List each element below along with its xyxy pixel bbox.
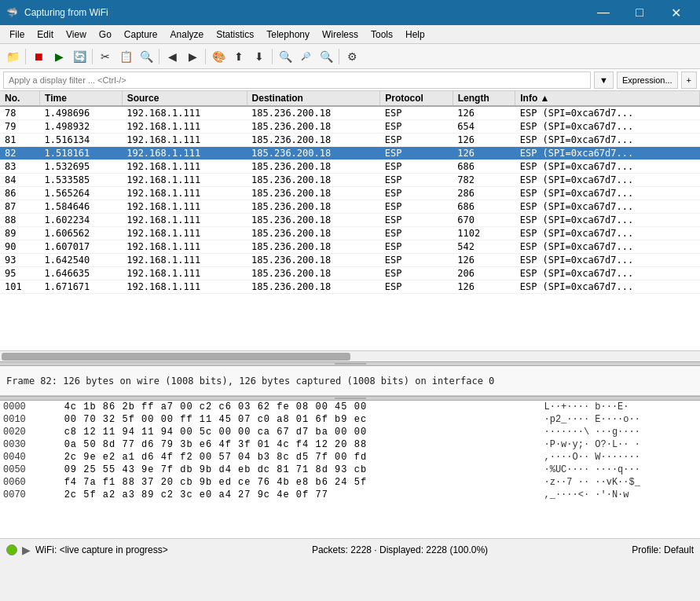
- maximize-button[interactable]: □: [621, 0, 658, 25]
- table-row[interactable]: 861.565264192.168.1.111185.236.200.18ESP…: [0, 187, 700, 200]
- table-row[interactable]: 811.516134192.168.1.111185.236.200.18ESP…: [0, 134, 700, 147]
- table-row[interactable]: 841.533585192.168.1.111185.236.200.18ESP…: [0, 174, 700, 187]
- hex-ascii: ,····O·· W·······: [541, 451, 701, 464]
- statusbar-left: ▶ WiFi: <live capture in progress>: [6, 544, 168, 556]
- cell-length: 126: [453, 147, 515, 160]
- menu-item-statistics[interactable]: Statistics: [210, 27, 260, 42]
- filter-input[interactable]: [3, 71, 591, 89]
- cell-no: 89: [0, 227, 40, 240]
- settings-button[interactable]: ⚙: [343, 47, 361, 66]
- hex-scroll[interactable]: 00004c 1b 86 2b ff a7 00 c2 c6 03 62 fe …: [0, 401, 700, 538]
- cell-time: 1.646635: [40, 267, 123, 280]
- zoom-in-button[interactable]: 🔍: [276, 47, 295, 66]
- cell-info: ESP (SPI=0xca67d7...: [515, 134, 700, 147]
- table-row[interactable]: 791.498932192.168.1.111185.236.200.18ESP…: [0, 120, 700, 134]
- scroll-up-button[interactable]: ⬆: [229, 47, 248, 66]
- packet-table-scroll[interactable]: No. Time Source Destination Protocol Len…: [0, 91, 700, 335]
- cell-no: 86: [0, 187, 40, 200]
- cell-source: 192.168.1.111: [122, 240, 247, 254]
- back-button[interactable]: ◀: [163, 47, 181, 66]
- cell-length: 206: [453, 267, 515, 280]
- cell-info: ESP (SPI=0xca67d7...: [515, 240, 700, 254]
- hex-offset: 0070: [0, 489, 61, 501]
- status-packets: Packets: 2228 · Displayed: 2228 (100.0%): [312, 544, 488, 555]
- minimize-button[interactable]: —: [585, 0, 621, 25]
- status-live-icon[interactable]: ▶: [22, 544, 31, 556]
- cut-button[interactable]: ✂: [96, 47, 115, 66]
- cell-time: 1.606562: [40, 227, 123, 240]
- colorize-button[interactable]: 🎨: [209, 47, 228, 66]
- refresh-button[interactable]: 🔄: [70, 47, 89, 66]
- hex-ascii: L··+···· b···E·: [541, 401, 701, 413]
- find-button[interactable]: 🔍: [137, 47, 156, 66]
- hex-bytes: 2c 5f a2 a3 89 c2 3c e0 a4 27 9c 4e 0f 7…: [61, 489, 541, 501]
- table-row[interactable]: 1011.671671192.168.1.111185.236.200.18ES…: [0, 280, 700, 294]
- hex-ascii: ·%UC···· ····q···: [541, 464, 701, 476]
- hex-ascii: ·p2_···· E····o··: [541, 413, 701, 426]
- cell-source: 192.168.1.111: [122, 254, 247, 267]
- hex-bytes: f4 7a f1 88 37 20 cb 9b ed ce 76 4b e8 b…: [61, 476, 541, 489]
- cell-info: ESP (SPI=0xca67d7...: [515, 254, 700, 267]
- menu-item-help[interactable]: Help: [399, 27, 431, 42]
- cell-no: 79: [0, 120, 40, 134]
- hex-bytes: 0a 50 8d 77 d6 79 3b e6 4f 3f 01 4c f4 1…: [61, 438, 541, 451]
- table-row[interactable]: 871.584646192.168.1.111185.236.200.18ESP…: [0, 200, 700, 214]
- hex-ascii: ,_····<· ·'·N·w: [541, 489, 701, 501]
- cell-length: 126: [453, 280, 515, 294]
- cell-protocol: ESP: [380, 254, 453, 267]
- cell-no: 101: [0, 280, 40, 294]
- table-row[interactable]: 821.518161192.168.1.111185.236.200.18ESP…: [0, 147, 700, 160]
- expression-button[interactable]: Expression...: [617, 71, 678, 89]
- menu-item-view[interactable]: View: [60, 27, 93, 42]
- titlebar-left: 🦈 Capturing from WiFi: [6, 7, 108, 18]
- cell-protocol: ESP: [380, 160, 453, 174]
- filter-dropdown-button[interactable]: ▼: [594, 71, 614, 89]
- table-row[interactable]: 831.532695192.168.1.111185.236.200.18ESP…: [0, 160, 700, 174]
- menu-item-capture[interactable]: Capture: [118, 27, 164, 42]
- cell-destination: 185.236.200.18: [247, 134, 380, 147]
- cell-protocol: ESP: [380, 120, 453, 134]
- add-filter-button[interactable]: +: [681, 71, 697, 89]
- cell-info: ESP (SPI=0xca67d7...: [515, 106, 700, 120]
- menu-item-wireless[interactable]: Wireless: [316, 27, 365, 42]
- close-button[interactable]: ✕: [658, 0, 694, 25]
- cell-source: 192.168.1.111: [122, 106, 247, 120]
- table-row[interactable]: 951.646635192.168.1.111185.236.200.18ESP…: [0, 267, 700, 280]
- cell-destination: 185.236.200.18: [247, 214, 380, 227]
- cell-source: 192.168.1.111: [122, 134, 247, 147]
- menu-item-telephony[interactable]: Telephony: [260, 27, 316, 42]
- table-row[interactable]: 781.498696192.168.1.111185.236.200.18ESP…: [0, 106, 700, 120]
- frame-detail-text: Frame 82: 126 bytes on wire (1008 bits),…: [6, 376, 494, 387]
- cell-info: ESP (SPI=0xca67d7...: [515, 267, 700, 280]
- toolbar-sep-1: [25, 49, 26, 64]
- cell-source: 192.168.1.111: [122, 174, 247, 187]
- cell-destination: 185.236.200.18: [247, 227, 380, 240]
- hex-row: 0060f4 7a f1 88 37 20 cb 9b ed ce 76 4b …: [0, 476, 700, 489]
- copy-button[interactable]: 📋: [116, 47, 135, 66]
- menu-item-analyze[interactable]: Analyze: [164, 27, 211, 42]
- menu-item-go[interactable]: Go: [93, 27, 118, 42]
- open-button[interactable]: 📁: [3, 47, 22, 66]
- table-row[interactable]: 931.642540192.168.1.111185.236.200.18ESP…: [0, 254, 700, 267]
- table-row[interactable]: 891.606562192.168.1.111185.236.200.18ESP…: [0, 227, 700, 240]
- cell-time: 1.671671: [40, 280, 123, 294]
- restart-button[interactable]: ▶: [49, 47, 68, 66]
- cell-protocol: ESP: [380, 106, 453, 120]
- menu-item-edit[interactable]: Edit: [31, 27, 60, 42]
- stop-button[interactable]: ⏹: [29, 47, 48, 66]
- toolbar: 📁 ⏹ ▶ 🔄 ✂ 📋 🔍 ◀ ▶ 🎨 ⬆ ⬇ 🔍 🔎 🔍 ⚙: [0, 44, 700, 69]
- zoom-out-button[interactable]: 🔍: [317, 47, 335, 66]
- menu-item-tools[interactable]: Tools: [365, 27, 399, 42]
- cell-destination: 185.236.200.18: [247, 240, 380, 254]
- scroll-down-button[interactable]: ⬇: [250, 47, 269, 66]
- packet-h-scrollbar[interactable]: [0, 350, 700, 361]
- toolbar-sep-5: [272, 49, 273, 64]
- table-row[interactable]: 901.607017192.168.1.111185.236.200.18ESP…: [0, 240, 700, 254]
- menu-item-file[interactable]: File: [3, 27, 31, 42]
- cell-length: 126: [453, 254, 515, 267]
- forward-button[interactable]: ▶: [183, 47, 202, 66]
- zoom-normal-button[interactable]: 🔎: [296, 47, 315, 66]
- cell-protocol: ESP: [380, 267, 453, 280]
- table-row[interactable]: 881.602234192.168.1.111185.236.200.18ESP…: [0, 214, 700, 227]
- cell-no: 81: [0, 134, 40, 147]
